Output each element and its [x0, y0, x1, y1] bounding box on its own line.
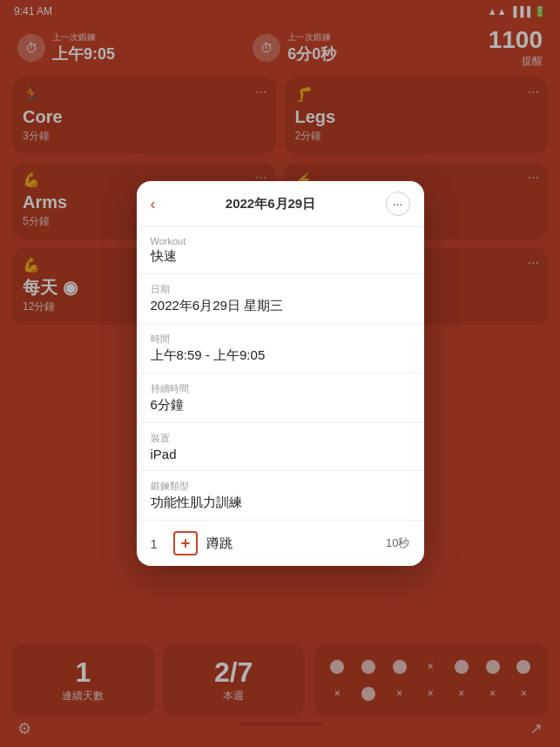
modal-back-button[interactable]: ‹	[151, 195, 156, 213]
field-device-value: iPad	[151, 447, 410, 461]
field-duration-value: 6分鐘	[151, 397, 410, 414]
field-device: 裝置 iPad	[137, 423, 424, 471]
exercise-icon	[173, 531, 198, 555]
field-date: 日期 2022年6月29日 星期三	[137, 274, 424, 324]
field-workout-value: 快速	[151, 248, 410, 265]
modal-overlay[interactable]: ‹ 2022年6月29日 ··· Workout 快速 日期 2022年6月29…	[0, 0, 560, 747]
field-workout-type: 鍛鍊類型 功能性肌力訓練	[137, 471, 424, 521]
exercise-duration: 10秒	[386, 535, 409, 551]
field-workout: Workout 快速	[137, 227, 424, 274]
modal-more-button[interactable]: ···	[386, 192, 410, 216]
exercise-name: 蹲跳	[206, 535, 378, 552]
field-date-label: 日期	[151, 283, 410, 296]
modal-header: ‹ 2022年6月29日 ···	[137, 181, 424, 227]
modal-body: Workout 快速 日期 2022年6月29日 星期三 時間 上午8:59 -…	[137, 227, 424, 566]
workout-detail-modal: ‹ 2022年6月29日 ··· Workout 快速 日期 2022年6月29…	[137, 181, 424, 566]
exercise-index: 1	[151, 536, 165, 551]
field-duration: 持續時間 6分鐘	[137, 374, 424, 423]
field-time-value: 上午8:59 - 上午9:05	[151, 347, 410, 364]
exercise-row: 1 蹲跳 10秒	[137, 521, 424, 566]
field-duration-label: 持續時間	[151, 382, 410, 395]
field-workout-label: Workout	[151, 236, 410, 246]
field-device-label: 裝置	[151, 432, 410, 445]
field-time: 時間 上午8:59 - 上午9:05	[137, 324, 424, 374]
field-time-label: 時間	[151, 333, 410, 346]
modal-title: 2022年6月29日	[226, 196, 315, 212]
field-workout-type-value: 功能性肌力訓練	[151, 495, 410, 511]
field-date-value: 2022年6月29日 星期三	[151, 298, 410, 314]
field-workout-type-label: 鍛鍊類型	[151, 480, 410, 493]
svg-rect-1	[185, 539, 186, 548]
